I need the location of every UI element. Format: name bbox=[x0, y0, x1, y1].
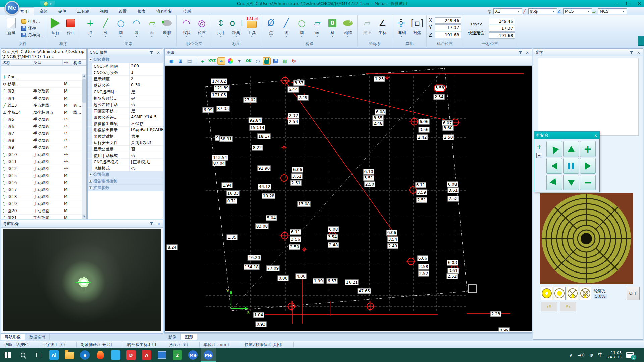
线-button[interactable]: ╱线▾ bbox=[279, 16, 293, 40]
xyz-toggle-icon[interactable]: XYZ bbox=[208, 57, 216, 65]
chevron-down-icon[interactable]: ▾ bbox=[588, 10, 589, 13]
chevron-down-icon[interactable]: ▾ bbox=[251, 36, 252, 38]
new-button[interactable]: 新建 bbox=[2, 16, 21, 40]
volume-icon[interactable]: ◄)) bbox=[578, 352, 585, 358]
chevron-down-icon[interactable]: ▾ bbox=[401, 36, 402, 38]
zoom-fit-icon[interactable]: ⊞ bbox=[176, 57, 184, 65]
工具-button[interactable]: 工具▾ bbox=[244, 16, 259, 40]
column-header-名称[interactable]: 名称 bbox=[1, 60, 32, 65]
wheel-lamp-quadrant-button[interactable] bbox=[567, 287, 578, 300]
task-view-button[interactable] bbox=[31, 348, 46, 362]
pin-icon[interactable] bbox=[149, 50, 153, 54]
ring-lamp-center-button[interactable] bbox=[554, 287, 565, 300]
coordsys-combo[interactable]: ∠MCS▾ bbox=[556, 8, 589, 14]
maximize-button[interactable] bbox=[626, 2, 630, 5]
tree-row-圆16[interactable]: 圆16手动取圆M bbox=[1, 179, 82, 186]
expand-icon[interactable]: + bbox=[89, 173, 92, 176]
view-tab-图形[interactable]: 图形 bbox=[181, 334, 197, 340]
tree-row-圆4[interactable]: 圆4手动取圆M bbox=[1, 95, 82, 102]
clock[interactable]: 11:03 24.7.15 bbox=[607, 351, 622, 359]
弧-button[interactable]: ◠弧▾ bbox=[129, 16, 144, 40]
status-segment-4[interactable]: 角度:〖度〗 bbox=[165, 342, 200, 347]
chevron-down-icon[interactable]: ▾ bbox=[623, 10, 624, 13]
property-value[interactable]: 2 bbox=[130, 76, 163, 82]
打开-button[interactable]: 打开... bbox=[21, 19, 44, 24]
轮廓-button[interactable]: 轮廓▾ bbox=[160, 16, 174, 40]
status-segment-5[interactable]: 单位:〖 mm 〗 bbox=[200, 342, 240, 347]
cad-canvas[interactable]: YX 174.62121.39171.053.576.442.491.253.5… bbox=[165, 66, 532, 331]
image-flag-icon[interactable]: ▤ bbox=[185, 57, 194, 65]
property-value[interactable]: 1 bbox=[130, 69, 163, 75]
jog-down-left-button[interactable] bbox=[546, 175, 562, 190]
clamp-icon[interactable] bbox=[638, 36, 644, 46]
点-button[interactable]: +点▾ bbox=[83, 16, 97, 40]
color-dropdown-icon[interactable]: ▾ bbox=[235, 57, 244, 65]
edge-browser-icon[interactable]: e bbox=[77, 348, 93, 362]
property-group-header[interactable]: +报告输出控制 bbox=[88, 178, 163, 185]
axis-select-icon[interactable] bbox=[536, 153, 542, 158]
color-wheel-icon[interactable] bbox=[226, 57, 234, 65]
tree-row-圆17[interactable]: 圆17手动取圆M bbox=[1, 186, 82, 193]
rotate-ccw-button[interactable]: ↺ bbox=[541, 302, 557, 311]
tree-row-圆20[interactable]: 圆20手动取圆M bbox=[1, 207, 82, 215]
运行-button[interactable]: 运行▾ bbox=[48, 16, 63, 40]
tree-row-圆3[interactable]: 圆3手动取圆M bbox=[1, 88, 82, 95]
circle-select-icon[interactable]: ○ bbox=[254, 57, 262, 65]
构造-button[interactable]: 构造▾ bbox=[340, 16, 355, 40]
zoom-window-icon[interactable]: ▣ bbox=[167, 57, 175, 65]
step-increase-button[interactable]: + bbox=[580, 141, 596, 157]
status-segment-1[interactable]: 十字线:〖关〗 bbox=[38, 342, 77, 347]
chevron-down-icon[interactable]: ▾ bbox=[285, 36, 287, 38]
ok-confirm-icon[interactable]: OK bbox=[245, 57, 253, 65]
保存-button[interactable]: 保存 bbox=[21, 25, 44, 31]
quick-position-button[interactable]: ↑xyz↗快速定位 bbox=[465, 17, 487, 39]
expand-icon[interactable]: + bbox=[89, 180, 92, 183]
chevron-down-icon[interactable]: ▾ bbox=[166, 36, 168, 38]
green-app-icon[interactable]: 2 bbox=[170, 348, 185, 362]
jog-up-left-button[interactable] bbox=[546, 141, 562, 157]
圆-button[interactable]: ○圆▾ bbox=[113, 16, 128, 40]
ribbon-tab-报表[interactable]: 报表 bbox=[132, 7, 151, 15]
app-icon-1[interactable]: Ai bbox=[46, 348, 62, 362]
ribbon-tab-硬件[interactable]: 硬件 bbox=[53, 7, 72, 15]
property-group-header[interactable]: +公司信息 bbox=[88, 171, 163, 178]
jog-down-button[interactable] bbox=[563, 175, 579, 190]
chevron-down-icon[interactable]: ▾ bbox=[270, 36, 271, 38]
close-icon[interactable]: × bbox=[594, 133, 597, 138]
crosshair-plus-icon[interactable]: + bbox=[199, 57, 207, 65]
jog-right-button[interactable] bbox=[580, 158, 596, 174]
chevron-down-icon[interactable]: ▾ bbox=[151, 36, 152, 38]
property-value[interactable]: 是 bbox=[130, 108, 163, 114]
ribbon-tab-工具箱[interactable]: 工具箱 bbox=[72, 7, 95, 15]
flame-app-icon[interactable] bbox=[93, 348, 108, 362]
chevron-down-icon[interactable]: ▾ bbox=[185, 36, 187, 38]
property-value[interactable]: ASME_Y14_5 bbox=[130, 114, 163, 120]
chevron-down-icon[interactable]: ▾ bbox=[518, 10, 519, 13]
snapshot-icon[interactable]: ▩ bbox=[281, 57, 289, 65]
move-cross-icon[interactable]: + bbox=[536, 143, 542, 151]
chevron-down-icon[interactable]: ▾ bbox=[201, 36, 202, 38]
chevron-down-icon[interactable]: ▾ bbox=[235, 36, 237, 38]
property-group-header[interactable]: +扩展参数 bbox=[88, 185, 163, 191]
位置-button[interactable]: ◎位置▾ bbox=[194, 16, 209, 40]
tree-row-圆10[interactable]: 圆10手动取圆坐 bbox=[1, 151, 82, 158]
停止-button[interactable]: 停止 bbox=[63, 16, 78, 40]
probe-combo[interactable]: ◎X1▾ bbox=[486, 8, 519, 14]
status-segment-6[interactable]: 快速Z软限位:〖关闭〗 bbox=[240, 342, 294, 347]
坐标-button[interactable]: ∠坐标 bbox=[375, 16, 390, 40]
tree-row-圆12[interactable]: 圆12手动取圆坐 bbox=[1, 165, 82, 172]
property-value[interactable]: 否 bbox=[130, 101, 163, 107]
ribbon-tab-视图[interactable]: 视图 bbox=[95, 7, 113, 15]
tree-row-圆8[interactable]: 圆8手动取圆坐 bbox=[1, 137, 82, 144]
close-icon[interactable]: × bbox=[156, 221, 161, 226]
scroll-thumb[interactable] bbox=[82, 79, 86, 103]
minimize-button[interactable]: – bbox=[616, 1, 619, 6]
scroll-down-icon[interactable]: ▼ bbox=[82, 214, 86, 219]
property-value[interactable]: 禁用 bbox=[130, 133, 163, 139]
tree-row-圆15[interactable]: 圆15手动取圆M bbox=[1, 172, 82, 179]
property-value[interactable]: 否 bbox=[130, 165, 163, 171]
property-value[interactable]: 200 bbox=[130, 63, 163, 69]
dock-tab-导航影像[interactable]: 导航影像 bbox=[1, 334, 25, 340]
save-view-icon[interactable] bbox=[272, 57, 280, 65]
chevron-down-icon[interactable]: ▾ bbox=[220, 36, 221, 38]
